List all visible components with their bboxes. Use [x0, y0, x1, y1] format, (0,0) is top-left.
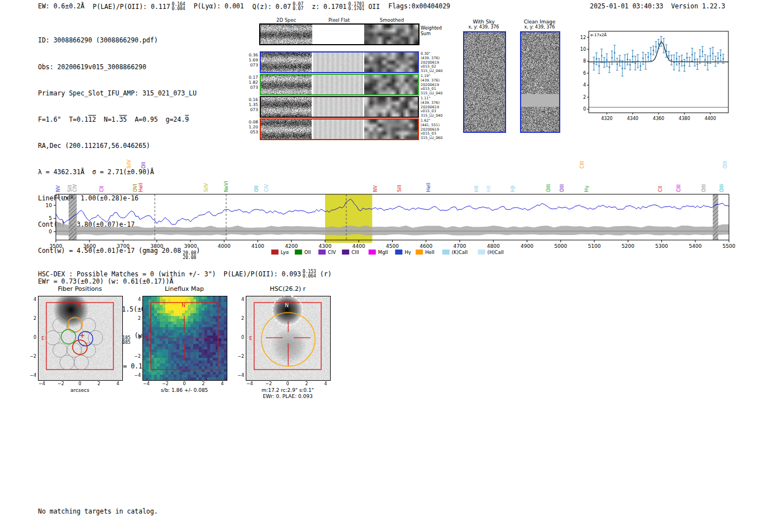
svg-text:NeVI: NeVI [223, 181, 229, 192]
east-label: E [41, 336, 45, 341]
weighted-2dspec-image [260, 25, 312, 44]
fiber2-left-labels: 0.171.82073 [240, 75, 258, 90]
plae-poii-frac: 0.1640.084 [172, 2, 185, 11]
north-label: N [77, 303, 81, 308]
east-label: E [249, 336, 252, 341]
fiber4-left-labels: 0.081.20053 [240, 119, 258, 135]
svg-text:HeII: HeII [138, 183, 144, 192]
fiber1-smoothed-image [364, 52, 418, 72]
svg-text:OII: OII [254, 185, 259, 192]
seeing-ovl2: 35 [119, 116, 127, 123]
map-ytick: −2 [27, 354, 36, 359]
svg-text:OIII: OIII [701, 184, 707, 192]
weighted-sum-label: Weighted Sum [421, 26, 442, 36]
svg-text:4200: 4200 [285, 243, 298, 249]
map-ytick: 4 [235, 297, 244, 302]
svg-text:SiII: SiII [67, 185, 73, 192]
map-xtick: 0 [282, 381, 293, 386]
weighted-sum-line2: Sum [421, 31, 442, 37]
map-xtick: 2 [301, 381, 312, 386]
map-ytick: −4 [132, 373, 141, 378]
svg-text:4400: 4400 [352, 243, 365, 249]
flags-summary: Flags:0x00404029 [388, 2, 450, 10]
hsc-r-title: HSC(26.2) r [246, 285, 330, 293]
svg-text:3700: 3700 [117, 243, 130, 249]
svg-text:12: 12 [580, 35, 586, 40]
svg-text:4600: 4600 [419, 243, 432, 249]
svg-text:HeII: HeII [425, 250, 435, 255]
svg-text:OIII: OIII [559, 184, 565, 192]
map-xtick: 2 [198, 381, 209, 386]
info-slot: Primary Spec_Slot_IFU_AMP: 315_021_073_L… [38, 89, 200, 98]
svg-text:4900: 4900 [521, 243, 533, 249]
svg-text:0: 0 [583, 107, 586, 112]
info-seeing: F=1.6" T=0.112 N=1.35 A=0.95 g=24.9 [38, 116, 200, 124]
map-xtick: 4 [112, 381, 123, 386]
map-xtick: 2 [93, 381, 104, 386]
svg-text:OIII: OIII [722, 161, 728, 169]
seeing-pre: F=1.6" T=0.1 [38, 116, 88, 123]
elixer-report-page: EW: 0.6±0.2Å P(LAE)/P(OII): 0.1170.1640.… [0, 0, 782, 532]
svg-text:(H)CaII: (H)CaII [488, 250, 504, 255]
seeing-ovl3: 9 [185, 116, 189, 123]
hsc-r-overlay: N E [246, 296, 330, 380]
fiber4-smoothed-image [364, 119, 418, 139]
svg-text:(K)CaII: (K)CaII [452, 250, 468, 255]
weighted-sum-line1: Weighted [421, 26, 442, 31]
fiber1-2dspec-image [261, 52, 312, 72]
svg-text:8: 8 [583, 59, 586, 64]
svg-text:5500: 5500 [723, 243, 736, 249]
z-summary: z: 0.17010.17010.1701OII [312, 2, 380, 11]
map-ytick: 4 [132, 297, 141, 302]
svg-text:5: 5 [49, 215, 52, 221]
svg-text:4: 4 [583, 83, 586, 88]
crosshair [266, 321, 311, 366]
map-xtick: 0 [74, 381, 85, 386]
svg-text:4000: 4000 [218, 243, 231, 249]
svg-text:4100: 4100 [251, 243, 264, 249]
fiber-positions-title: Fiber Positions [38, 285, 122, 293]
fiber4-2dspec-image [261, 119, 312, 139]
plae-lo: 0.084 [172, 7, 185, 11]
map-xtick: 4 [320, 381, 331, 386]
fiber4-pixelflat-image [313, 119, 363, 139]
map-ytick: −4 [235, 373, 244, 378]
svg-text:NV: NV [373, 185, 378, 192]
svg-text:3800: 3800 [150, 243, 163, 249]
catalog-aperture-circle [273, 295, 303, 325]
lineflux-map-title: Lineflux Map [142, 285, 226, 293]
map-ytick: 0 [235, 335, 244, 340]
svg-text:Hβ: Hβ [510, 185, 516, 192]
svg-text:HeII: HeII [426, 183, 431, 192]
fiber-circle-red [73, 340, 87, 354]
svg-text:5200: 5200 [622, 243, 635, 249]
map-ytick: 0 [132, 335, 141, 340]
svg-text:OVI: OVI [132, 184, 138, 192]
svg-text:OII: OII [141, 162, 146, 169]
fiber-circles [46, 318, 103, 370]
map-xtick: −2 [263, 381, 274, 386]
clean-image-coords: x, y: 439, 376 [518, 25, 561, 30]
match-lo: 0.064 [303, 274, 316, 279]
qz-frac: 0.070.07 [293, 2, 303, 11]
svg-text:NV: NV [55, 185, 61, 192]
svg-text:Hγ: Hγ [404, 250, 411, 255]
column-title-pixelflat: Pixel Flat [314, 17, 364, 23]
with-sky-title: With Sky [462, 19, 505, 25]
clean-image-title: Clean Image [518, 19, 561, 25]
svg-text:5400: 5400 [689, 243, 702, 249]
clean-image [520, 31, 560, 133]
z-frac: 0.17010.1701 [349, 2, 365, 11]
svg-text:CIV: CIV [264, 184, 269, 192]
svg-text:0: 0 [49, 229, 52, 234]
qz-value: Q(z): 0.07 [252, 3, 291, 11]
map-xtick: −4 [36, 381, 47, 386]
crosshair [159, 316, 209, 360]
with-sky-coords: x, y: 439, 376 [462, 25, 505, 30]
map-xtick: −2 [55, 381, 66, 386]
fiber2-pixelflat-image [313, 75, 363, 94]
fiber3-smoothed-image [364, 97, 418, 117]
map-ytick: 0 [27, 335, 36, 340]
svg-text:CIV: CIV [72, 184, 78, 192]
emission-line-zoom-plot: 02468101243204340436043804400e-17x2Å [575, 28, 735, 128]
